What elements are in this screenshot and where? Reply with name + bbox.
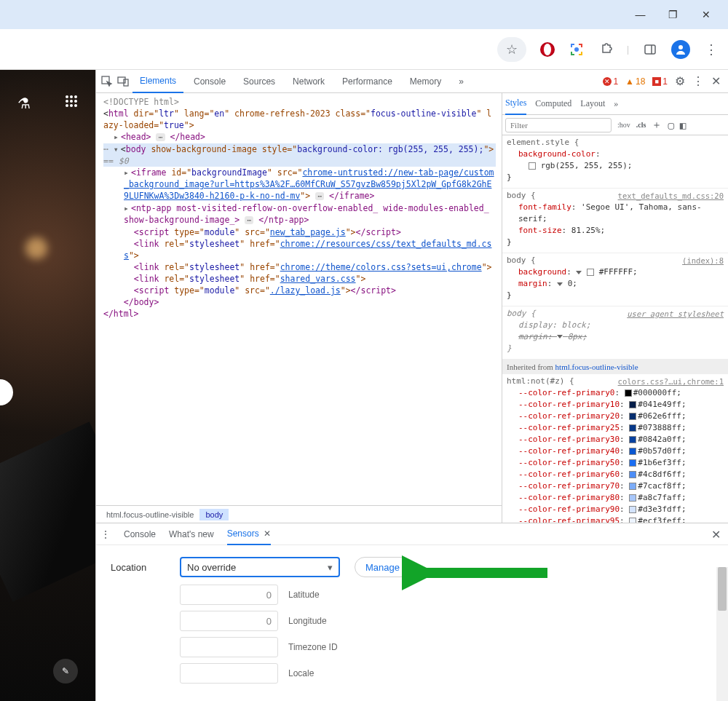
- location-select[interactable]: No override ▾: [180, 557, 340, 577]
- locale-label: Locale: [288, 668, 314, 678]
- close-devtools-icon[interactable]: ✕: [711, 74, 721, 88]
- drawer-tab-console[interactable]: Console: [124, 523, 156, 545]
- styles-body[interactable]: element.style { background-color: rgb(25…: [502, 135, 728, 523]
- tab-console[interactable]: Console: [186, 70, 233, 93]
- crumb-html[interactable]: html.focus-outline-visible: [100, 509, 199, 520]
- svg-point-15: [66, 100, 68, 103]
- svg-rect-9: [645, 45, 655, 54]
- inspect-element-icon[interactable]: [100, 75, 114, 88]
- hov-toggle[interactable]: :hov: [617, 121, 630, 129]
- drawer-close-icon[interactable]: ✕: [711, 528, 721, 542]
- devtools-toolbar: Elements Console Sources Network Perform…: [96, 70, 728, 93]
- star-icon: ☆: [506, 41, 518, 58]
- sensors-panel: Location No override ▾ Manage Latitude L…: [96, 545, 728, 701]
- svg-rect-1: [571, 44, 572, 47]
- tab-performance[interactable]: Performance: [335, 70, 400, 93]
- more-icon[interactable]: ⋮: [692, 74, 704, 88]
- dom-tree[interactable]: <!DOCTYPE html> <html dir="ltr" lang="en…: [96, 93, 502, 505]
- svg-point-14: [74, 95, 77, 98]
- close-window-button[interactable]: ✕: [689, 4, 722, 25]
- lens-icon[interactable]: [569, 41, 585, 58]
- new-rule-icon[interactable]: ＋: [652, 119, 662, 132]
- chevron-down-icon: ▾: [328, 562, 333, 573]
- location-label: Location: [111, 562, 165, 573]
- close-tab-icon[interactable]: ✕: [264, 528, 271, 539]
- source-link[interactable]: (index):8: [682, 255, 724, 266]
- latitude-label: Latitude: [288, 590, 320, 600]
- page-preview: ⚗ ✎: [0, 70, 95, 701]
- opera-icon[interactable]: [539, 41, 555, 58]
- drawer-menu-icon[interactable]: ⋮: [100, 528, 111, 540]
- timezone-input[interactable]: [180, 637, 278, 657]
- crumb-body[interactable]: body: [199, 509, 229, 520]
- svg-point-19: [70, 104, 73, 107]
- maximize-button[interactable]: ❐: [657, 4, 689, 25]
- svg-rect-7: [581, 52, 582, 55]
- browser-menu-icon[interactable]: ⋮: [703, 41, 719, 58]
- breadcrumb[interactable]: html.focus-outline-visible body: [96, 505, 502, 523]
- svg-point-13: [70, 95, 73, 98]
- apps-grid-icon[interactable]: [65, 95, 78, 112]
- drawer-tab-sensors[interactable]: Sensors ✕: [227, 523, 272, 545]
- drawer-tab-whatsnew[interactable]: What's new: [169, 523, 214, 545]
- svg-point-12: [66, 95, 68, 98]
- device-toggle-icon[interactable]: [116, 75, 130, 88]
- devtools-panel: Elements Console Sources Network Perform…: [95, 70, 728, 701]
- tab-layout[interactable]: Layout: [580, 93, 605, 115]
- bookmark-pill[interactable]: ☆: [497, 37, 526, 62]
- browser-toolbar: ☆ | ⋮: [0, 29, 728, 70]
- svg-point-8: [574, 47, 579, 52]
- svg-point-16: [70, 100, 73, 103]
- minimize-button[interactable]: —: [624, 4, 657, 25]
- labs-icon[interactable]: ⚗: [17, 95, 31, 112]
- source-link[interactable]: text_defaults_md.css:20: [618, 190, 724, 202]
- tab-memory[interactable]: Memory: [403, 70, 448, 93]
- settings-icon[interactable]: ⚙: [675, 74, 685, 88]
- latitude-input[interactable]: [180, 585, 278, 605]
- tabs-overflow[interactable]: »: [451, 70, 471, 93]
- extensions-icon[interactable]: [598, 41, 614, 58]
- drawer-scrollbar[interactable]: [716, 567, 728, 701]
- rendering-icon[interactable]: ◧: [680, 119, 686, 131]
- sidepanel-icon[interactable]: [642, 41, 658, 58]
- warning-badge[interactable]: ▲18: [625, 76, 645, 87]
- tab-computed[interactable]: Computed: [535, 93, 571, 115]
- inherited-bar: Inherited from html.focus-outline-visibl…: [502, 360, 728, 374]
- tab-styles[interactable]: Styles: [505, 93, 526, 115]
- locale-input[interactable]: [180, 663, 278, 684]
- svg-point-20: [74, 104, 77, 107]
- profile-avatar[interactable]: [671, 40, 690, 59]
- tab-network[interactable]: Network: [285, 70, 332, 93]
- manage-button[interactable]: Manage: [355, 557, 411, 577]
- cls-toggle[interactable]: .cls: [636, 121, 646, 129]
- svg-rect-5: [571, 52, 572, 55]
- longitude-input[interactable]: [180, 611, 278, 631]
- computed-panel-icon[interactable]: ▢: [668, 119, 673, 131]
- styles-overflow[interactable]: »: [614, 93, 618, 115]
- timezone-label: Timezone ID: [288, 642, 338, 652]
- svg-point-17: [74, 100, 77, 103]
- svg-point-18: [66, 104, 68, 107]
- error-badge[interactable]: ✕1: [603, 76, 618, 87]
- svg-rect-3: [581, 44, 582, 47]
- tab-elements[interactable]: Elements: [132, 70, 183, 93]
- issues-badge[interactable]: ■1: [652, 76, 668, 87]
- svg-point-11: [678, 45, 683, 49]
- customize-button[interactable]: ✎: [53, 659, 78, 684]
- tab-sources[interactable]: Sources: [236, 70, 282, 93]
- styles-filter-input[interactable]: [505, 118, 612, 132]
- elements-panel: <!DOCTYPE html> <html dir="ltr" lang="en…: [96, 93, 502, 523]
- source-link[interactable]: colors.css?…ui,chrome:1: [618, 376, 724, 387]
- window-titlebar: — ❐ ✕: [0, 0, 728, 29]
- drawer: ⋮ Console What's new Sensors ✕ ✕ Locatio…: [96, 523, 728, 701]
- longitude-label: Longitude: [288, 616, 327, 626]
- styles-panel: Styles Computed Layout » :hov .cls ＋ ▢ ◧…: [502, 93, 728, 523]
